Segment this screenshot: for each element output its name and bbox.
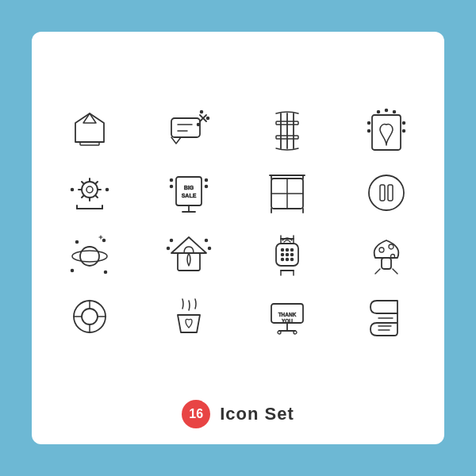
svg-point-56 <box>369 175 404 210</box>
svg-rect-2 <box>80 142 99 145</box>
svg-point-71 <box>167 248 169 250</box>
svg-rect-58 <box>388 185 393 201</box>
svg-marker-0 <box>75 113 104 142</box>
svg-point-69 <box>170 240 172 242</box>
thank-you-icon: THANK YOU <box>245 293 330 340</box>
svg-point-90 <box>379 248 384 252</box>
svg-line-32 <box>95 182 98 184</box>
svg-point-62 <box>103 240 106 242</box>
svg-line-33 <box>82 195 84 198</box>
svg-rect-39 <box>176 177 202 205</box>
svg-point-37 <box>71 189 74 191</box>
scroll-icon <box>344 293 429 340</box>
icons-grid: BIG SALE <box>48 56 428 392</box>
icon-count-badge: 16 <box>182 400 210 428</box>
big-sale-icon: BIG SALE <box>147 169 232 217</box>
svg-point-10 <box>197 124 199 126</box>
svg-point-59 <box>80 247 99 266</box>
svg-point-85 <box>291 254 294 256</box>
svg-point-19 <box>402 122 405 125</box>
svg-text:THANK: THANK <box>278 312 297 317</box>
mushroom-icon <box>344 231 429 278</box>
footer-label: Icon Set <box>220 404 294 424</box>
svg-point-17 <box>367 122 370 125</box>
svg-text:BIG: BIG <box>184 185 194 190</box>
svg-rect-89 <box>382 258 391 269</box>
svg-point-81 <box>286 249 289 251</box>
tools-icon <box>245 107 330 155</box>
svg-line-93 <box>375 269 380 274</box>
svg-point-63 <box>105 271 107 274</box>
svg-point-61 <box>76 241 79 244</box>
svg-marker-67 <box>171 237 206 253</box>
donut-icon <box>48 293 132 340</box>
svg-point-86 <box>282 259 284 261</box>
svg-text:SALE: SALE <box>181 193 196 198</box>
svg-point-96 <box>82 309 98 324</box>
svg-point-106 <box>278 331 281 334</box>
svg-point-23 <box>393 111 395 113</box>
svg-rect-68 <box>178 253 200 271</box>
svg-point-20 <box>402 130 405 132</box>
svg-point-82 <box>291 249 294 251</box>
svg-line-31 <box>95 195 98 198</box>
footer: 16 Icon Set <box>182 400 294 428</box>
svg-point-44 <box>170 179 172 182</box>
svg-point-60 <box>72 251 107 262</box>
svg-point-87 <box>286 259 289 261</box>
hot-cup-icon <box>147 293 232 340</box>
svg-point-83 <box>282 254 284 256</box>
svg-point-80 <box>282 249 284 251</box>
svg-rect-57 <box>380 185 385 201</box>
svg-point-64 <box>71 270 74 272</box>
house-tongue-icon <box>147 231 232 278</box>
svg-point-22 <box>385 109 387 112</box>
svg-point-88 <box>291 259 294 261</box>
plant-card-icon <box>344 107 429 155</box>
svg-point-91 <box>389 244 393 249</box>
svg-point-72 <box>208 248 210 250</box>
svg-point-84 <box>286 254 289 256</box>
svg-point-8 <box>200 111 202 113</box>
svg-point-9 <box>206 117 209 120</box>
window-icon <box>245 169 330 217</box>
bag-icon <box>48 107 132 155</box>
chat-close-icon <box>147 107 232 155</box>
svg-point-21 <box>377 111 379 113</box>
svg-marker-1 <box>83 113 96 123</box>
svg-point-25 <box>86 186 93 193</box>
svg-rect-3 <box>171 118 200 137</box>
smartwatch-icon <box>245 231 330 278</box>
svg-point-18 <box>367 130 370 132</box>
svg-point-38 <box>106 189 109 191</box>
planet-icon <box>48 231 132 278</box>
svg-point-47 <box>205 186 207 188</box>
icon-set-card: BIG SALE <box>32 32 444 444</box>
svg-line-94 <box>393 269 397 274</box>
pause-icon <box>344 169 429 217</box>
svg-point-46 <box>205 179 207 182</box>
svg-point-45 <box>170 186 172 188</box>
settings-tool-icon <box>48 169 132 217</box>
svg-line-30 <box>82 182 84 184</box>
svg-point-70 <box>205 240 207 242</box>
svg-point-107 <box>294 331 297 334</box>
